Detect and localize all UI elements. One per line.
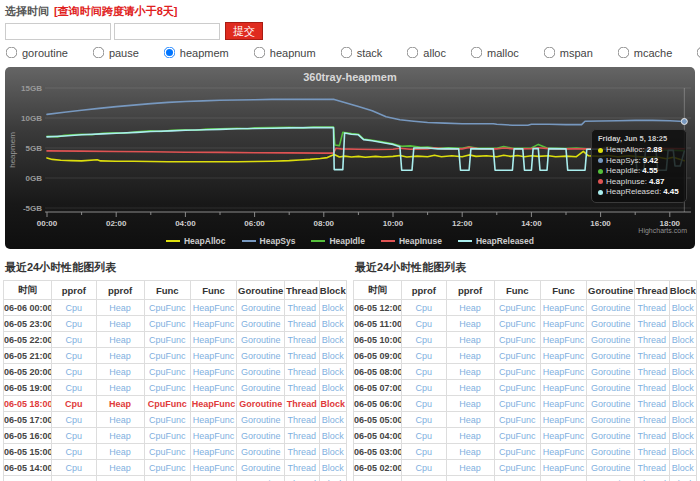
- heapfunc-profile-link[interactable]: HeapFunc: [193, 447, 235, 457]
- heapfunc-profile-link[interactable]: HeapFunc: [193, 335, 235, 345]
- cpufunc-profile-link[interactable]: CpuFunc: [499, 383, 536, 393]
- thread-profile-link[interactable]: Thread: [288, 319, 317, 329]
- radio-option-mspan[interactable]: mspan: [543, 46, 593, 59]
- radio-option-malloc[interactable]: malloc: [470, 46, 519, 59]
- cpufunc-profile-link[interactable]: CpuFunc: [499, 431, 536, 441]
- block-profile-link[interactable]: Block: [672, 303, 694, 313]
- block-profile-link[interactable]: Block: [322, 335, 344, 345]
- cpu-profile-link[interactable]: Cpu: [416, 415, 433, 425]
- goroutine-profile-link[interactable]: Goroutine: [241, 463, 281, 473]
- cpufunc-profile-link[interactable]: CpuFunc: [499, 447, 536, 457]
- cpu-profile-link[interactable]: Cpu: [66, 367, 83, 377]
- heap-profile-link[interactable]: Heap: [459, 383, 481, 393]
- thread-profile-link[interactable]: Thread: [288, 351, 317, 361]
- goroutine-profile-link[interactable]: Goroutine: [591, 383, 631, 393]
- cpufunc-profile-link[interactable]: CpuFunc: [149, 447, 186, 457]
- radio-option-heapmem[interactable]: heapmem: [163, 46, 229, 59]
- heapfunc-profile-link[interactable]: HeapFunc: [193, 415, 235, 425]
- start-time-input[interactable]: [5, 23, 111, 40]
- block-profile-link[interactable]: Block: [672, 319, 694, 329]
- thread-profile-link[interactable]: Thread: [638, 303, 667, 313]
- cpu-profile-link[interactable]: Cpu: [66, 463, 83, 473]
- thread-profile-link[interactable]: Thread: [638, 447, 667, 457]
- cpu-profile-link[interactable]: Cpu: [66, 351, 83, 361]
- cpu-profile-link[interactable]: Cpu: [416, 399, 433, 409]
- goroutine-profile-link[interactable]: Goroutine: [591, 431, 631, 441]
- cpufunc-profile-link[interactable]: CpuFunc: [149, 383, 186, 393]
- cpu-profile-link[interactable]: Cpu: [416, 383, 433, 393]
- heap-profile-link[interactable]: Heap: [459, 399, 481, 409]
- goroutine-profile-link[interactable]: Goroutine: [241, 431, 281, 441]
- thread-profile-link[interactable]: Thread: [638, 351, 667, 361]
- heap-profile-link[interactable]: Heap: [459, 319, 481, 329]
- radio-heapmem[interactable]: [164, 47, 176, 59]
- heap-profile-link[interactable]: Heap: [109, 383, 131, 393]
- cpu-profile-link[interactable]: Cpu: [66, 447, 83, 457]
- heapfunc-profile-link[interactable]: HeapFunc: [543, 399, 585, 409]
- cpufunc-profile-link[interactable]: CpuFunc: [499, 303, 536, 313]
- goroutine-profile-link[interactable]: Goroutine: [591, 463, 631, 473]
- radio-pause[interactable]: [93, 47, 105, 59]
- heap-profile-link[interactable]: Heap: [109, 367, 131, 377]
- block-profile-link[interactable]: Block: [672, 383, 694, 393]
- cpufunc-profile-link[interactable]: CpuFunc: [499, 367, 536, 377]
- goroutine-profile-link[interactable]: Goroutine: [591, 319, 631, 329]
- cpu-profile-link[interactable]: Cpu: [416, 303, 433, 313]
- thread-profile-link[interactable]: Thread: [638, 319, 667, 329]
- heapfunc-profile-link[interactable]: HeapFunc: [543, 447, 585, 457]
- heapfunc-profile-link[interactable]: HeapFunc: [543, 335, 585, 345]
- heapfunc-profile-link[interactable]: HeapFunc: [193, 463, 235, 473]
- block-profile-link[interactable]: Block: [672, 367, 694, 377]
- block-profile-link[interactable]: Block: [322, 303, 344, 313]
- cpufunc-profile-link[interactable]: CpuFunc: [499, 415, 536, 425]
- heapfunc-profile-link[interactable]: HeapFunc: [543, 367, 585, 377]
- heapfunc-profile-link[interactable]: HeapFunc: [193, 367, 235, 377]
- thread-profile-link[interactable]: Thread: [288, 415, 317, 425]
- legend-item-heapalloc[interactable]: HeapAlloc: [166, 236, 226, 246]
- goroutine-profile-link[interactable]: Goroutine: [241, 303, 281, 313]
- heap-profile-link[interactable]: Heap: [109, 399, 131, 409]
- series-line-heapalloc[interactable]: [47, 151, 684, 162]
- cpu-profile-link[interactable]: Cpu: [416, 447, 433, 457]
- thread-profile-link[interactable]: Thread: [288, 367, 317, 377]
- cpufunc-profile-link[interactable]: CpuFunc: [149, 431, 186, 441]
- heap-profile-link[interactable]: Heap: [109, 335, 131, 345]
- block-profile-link[interactable]: Block: [322, 463, 344, 473]
- goroutine-profile-link[interactable]: Goroutine: [239, 399, 282, 409]
- thread-profile-link[interactable]: Thread: [638, 367, 667, 377]
- heap-profile-link[interactable]: Heap: [109, 463, 131, 473]
- highcharts-credits[interactable]: Highcharts.com: [638, 227, 687, 234]
- heapfunc-profile-link[interactable]: HeapFunc: [543, 431, 585, 441]
- radio-goroutine[interactable]: [6, 47, 18, 59]
- cpu-profile-link[interactable]: Cpu: [65, 399, 83, 409]
- cpu-profile-link[interactable]: Cpu: [416, 463, 433, 473]
- cpu-profile-link[interactable]: Cpu: [66, 303, 83, 313]
- thread-profile-link[interactable]: Thread: [288, 463, 317, 473]
- cpu-profile-link[interactable]: Cpu: [66, 319, 83, 329]
- thread-profile-link[interactable]: Thread: [638, 335, 667, 345]
- heap-profile-link[interactable]: Heap: [109, 351, 131, 361]
- thread-profile-link[interactable]: Thread: [288, 447, 317, 457]
- block-profile-link[interactable]: Block: [322, 447, 344, 457]
- cpufunc-profile-link[interactable]: CpuFunc: [149, 463, 186, 473]
- heap-profile-link[interactable]: Heap: [109, 415, 131, 425]
- heapfunc-profile-link[interactable]: HeapFunc: [543, 351, 585, 361]
- heap-profile-link[interactable]: Heap: [459, 447, 481, 457]
- goroutine-profile-link[interactable]: Goroutine: [241, 383, 281, 393]
- block-profile-link[interactable]: Block: [322, 383, 344, 393]
- radio-mcache[interactable]: [617, 47, 629, 59]
- goroutine-profile-link[interactable]: Goroutine: [591, 415, 631, 425]
- cpufunc-profile-link[interactable]: CpuFunc: [499, 399, 536, 409]
- series-line-heapsys[interactable]: [47, 99, 684, 125]
- block-profile-link[interactable]: Block: [672, 335, 694, 345]
- radio-option-buck[interactable]: buck: [696, 46, 700, 59]
- heapfunc-profile-link[interactable]: HeapFunc: [193, 383, 235, 393]
- cpu-profile-link[interactable]: Cpu: [416, 335, 433, 345]
- radio-option-pause[interactable]: pause: [92, 46, 139, 59]
- radio-stack[interactable]: [340, 47, 352, 59]
- heapfunc-profile-link[interactable]: HeapFunc: [543, 303, 585, 313]
- heap-profile-link[interactable]: Heap: [459, 303, 481, 313]
- goroutine-profile-link[interactable]: Goroutine: [591, 351, 631, 361]
- cpu-profile-link[interactable]: Cpu: [416, 319, 433, 329]
- block-profile-link[interactable]: Block: [672, 399, 694, 409]
